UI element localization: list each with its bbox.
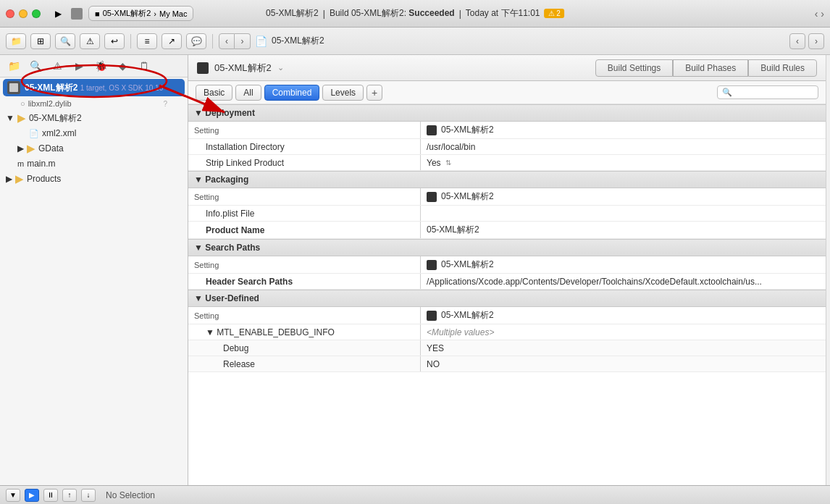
back-arrow[interactable]: ‹ xyxy=(219,33,235,49)
warning-icon[interactable]: ⚠ xyxy=(80,33,100,49)
breadcrumb-filename: 05-XML解析2 xyxy=(272,35,324,47)
filter-combined-btn[interactable]: Combined xyxy=(264,85,320,101)
sidebar-files-icon[interactable]: 📁 xyxy=(6,58,22,74)
target-badge-sp xyxy=(427,260,437,270)
install-dir-value[interactable]: /usr/local/bin xyxy=(421,140,826,154)
sidebar-mainm-label: main.m xyxy=(27,159,55,169)
sidebar-folder-05xml[interactable]: ▼ ▶ 05-XML解析2 xyxy=(0,109,188,127)
disclosure-gdata-icon: ▶ xyxy=(17,143,24,154)
folder-gdata-icon: ▶ xyxy=(27,142,35,155)
filter-search[interactable]: 🔍 xyxy=(717,85,818,99)
section-deployment-title: ▼ Deployment xyxy=(194,108,255,118)
target-badge-deployment xyxy=(427,125,437,135)
target-badge-ud xyxy=(427,311,437,321)
section-search-paths[interactable]: ▼ Search Paths xyxy=(188,239,826,256)
filter-levels-btn[interactable]: Levels xyxy=(322,85,364,101)
inspector-left-icon[interactable]: ‹ xyxy=(789,33,805,49)
header-search-value[interactable]: /Applications/Xcode.app/Contents/Develop… xyxy=(421,274,826,289)
infoplist-value[interactable] xyxy=(421,211,826,216)
build-app-name: 05-XML解析2 xyxy=(266,7,319,20)
folder-products-icon: ▶ xyxy=(15,172,24,185)
col-value-sp: 05-XML解析2 xyxy=(421,256,826,273)
sidebar-item-mainm[interactable]: m main.m xyxy=(0,157,188,170)
separator xyxy=(130,34,131,49)
bottom-play-btn[interactable]: ▶ xyxy=(25,489,39,502)
bottom-pause-btn[interactable]: ⏸ xyxy=(43,489,58,502)
title-bar: ▶ ■ 05-XML解析2 › My Mac 05-XML解析2 | Build… xyxy=(0,0,830,28)
right-panel xyxy=(826,55,830,485)
close-button[interactable] xyxy=(6,9,14,18)
product-name-value[interactable]: 05-XML解析2 xyxy=(421,222,826,238)
sidebar-breakpoint-icon[interactable]: ◆ xyxy=(114,58,130,74)
filter-basic-btn[interactable]: Basic xyxy=(196,85,232,101)
sidebar-test-icon[interactable]: ▶ xyxy=(71,58,87,74)
xml-file-icon: 📄 xyxy=(29,129,39,138)
table-row: Setting 05-XML解析2 xyxy=(188,122,826,139)
inspector-right-icon[interactable]: › xyxy=(808,33,824,49)
project-name: 05-XML解析2 xyxy=(25,83,77,93)
col-setting-label: Setting xyxy=(188,124,420,137)
section-deployment[interactable]: ▼ Deployment xyxy=(188,104,826,122)
filter-all-btn[interactable]: All xyxy=(235,85,261,101)
sidebar-folder-products[interactable]: ▶ ▶ Products xyxy=(0,170,188,188)
sidebar-folder-gdata[interactable]: ▶ ▶ GData xyxy=(0,140,188,157)
sidebar-project-item[interactable]: 05-XML解析2 1 target, OS X SDK 10.10 xyxy=(3,79,185,96)
sidebar-issues-icon[interactable]: ⚠ xyxy=(49,58,65,74)
run-button[interactable]: ▶ xyxy=(51,7,65,21)
warning-badge[interactable]: ⚠ 2 xyxy=(545,9,564,18)
sidebar-item-libxml2[interactable]: ○ libxml2.dylib ? xyxy=(0,98,188,109)
bottom-collapse-btn[interactable]: ▼ xyxy=(6,489,20,502)
col-value-ud: 05-XML解析2 xyxy=(421,307,826,324)
nav-icon[interactable]: ↗ xyxy=(162,33,182,49)
debug-value[interactable]: YES xyxy=(421,341,826,356)
section-user-defined[interactable]: ▼ User-Defined xyxy=(188,290,826,307)
stepper-arrows-icon[interactable]: ⇅ xyxy=(445,159,451,167)
table-row: Info.plist File xyxy=(188,206,826,222)
forward-arrow[interactable]: › xyxy=(235,33,251,49)
content-header: 05-XML解析2 ⌄ Build Settings Build Phases … xyxy=(188,55,826,81)
fullscreen-button[interactable] xyxy=(32,9,41,18)
tab-build-rules[interactable]: Build Rules xyxy=(748,59,817,77)
target-name-pkg: 05-XML解析2 xyxy=(441,190,494,203)
section-packaging[interactable]: ▼ Packaging xyxy=(188,171,826,188)
sidebar-search-icon[interactable]: 🔍 xyxy=(28,58,43,74)
sidebar-item-xml2[interactable]: 📄 xml2.xml xyxy=(0,127,188,140)
bottom-bar: ▼ ▶ ⏸ ↑ ↓ No Selection xyxy=(0,485,830,504)
add-setting-btn[interactable]: + xyxy=(366,85,382,101)
mtl-enable-label: ▼ MTL_ENABLE_DEBUG_INFO xyxy=(188,325,420,340)
scheme-sep: › xyxy=(154,9,156,18)
install-dir-label: Installation Directory xyxy=(188,140,420,154)
release-label: Release xyxy=(188,357,420,371)
col-setting-label-pkg: Setting xyxy=(188,190,420,203)
tab-build-phases[interactable]: Build Phases xyxy=(673,59,748,77)
toolbar: 📁 ⊞ 🔍 ⚠ ↩ ≡ ↗ 💬 ‹ › 📄 05-XML解析2 ‹ › xyxy=(0,28,830,55)
dylib-icon: ○ xyxy=(20,99,25,108)
search-icon[interactable]: 🔍 xyxy=(55,33,75,49)
bottom-step-into-btn[interactable]: ↓ xyxy=(81,489,96,502)
col-setting-label-ud: Setting xyxy=(188,309,420,322)
list-icon[interactable]: ≡ xyxy=(137,33,157,49)
undo-icon[interactable]: ↩ xyxy=(104,33,125,49)
table-row: Release NO xyxy=(188,356,826,372)
sidebar-item-label: libxml2.dylib xyxy=(28,99,72,108)
tab-build-settings[interactable]: Build Settings xyxy=(595,59,673,77)
target-name-deployment: 05-XML解析2 xyxy=(441,124,494,136)
sidebar-log-icon[interactable]: 🗒 xyxy=(136,58,152,74)
folder-icon[interactable]: 📁 xyxy=(6,33,26,49)
sidebar-debug-icon[interactable]: 🐞 xyxy=(93,58,109,74)
section-search-paths-title: ▼ Search Paths xyxy=(194,243,260,253)
nav-arrows: ‹ › xyxy=(219,33,251,49)
strip-linked-value[interactable]: Yes ⇅ xyxy=(421,156,826,170)
chevron-left-icon[interactable]: ‹ xyxy=(815,8,818,20)
build-separator: | xyxy=(323,9,325,19)
comment-icon[interactable]: 💬 xyxy=(186,33,206,49)
chevron-right-icon[interactable]: › xyxy=(821,8,824,20)
bottom-step-over-btn[interactable]: ↑ xyxy=(62,489,77,502)
grid-icon[interactable]: ⊞ xyxy=(30,33,51,49)
release-value[interactable]: NO xyxy=(421,357,826,371)
stop-button[interactable] xyxy=(71,8,83,20)
minimize-button[interactable] xyxy=(19,9,28,18)
search-input[interactable] xyxy=(735,88,813,97)
table-row: Installation Directory /usr/local/bin xyxy=(188,139,826,155)
scheme-selector[interactable]: ■ 05-XML解析2 › My Mac xyxy=(88,6,193,21)
